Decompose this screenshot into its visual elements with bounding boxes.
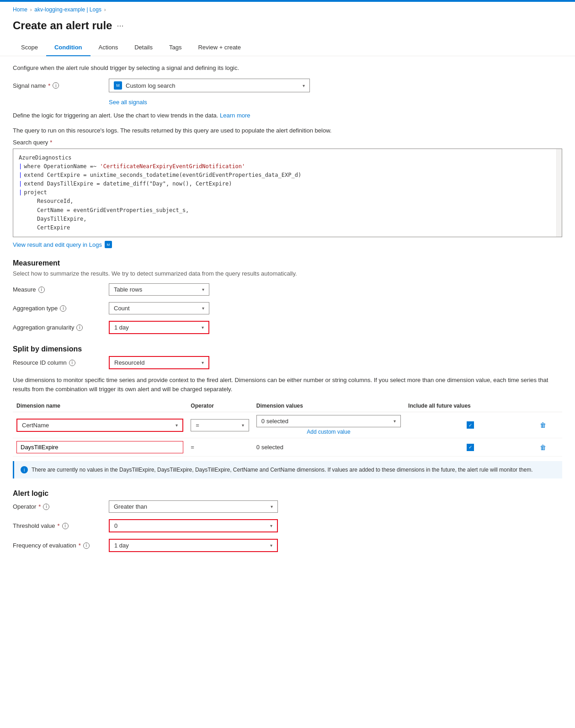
certname-operator-select[interactable]: = ▾ [191, 419, 249, 431]
tab-review-create[interactable]: Review + create [190, 39, 249, 56]
frequency-value: 1 day [114, 542, 129, 549]
view-link-icon: M [105, 241, 112, 248]
aggregation-granularity-value: 1 day [114, 324, 129, 331]
operator-label: Operator * i [13, 503, 104, 510]
dim-operator-header: Operator [187, 400, 252, 412]
threshold-value-row: Threshold value * i ▾ [13, 519, 562, 532]
aggregation-granularity-info-icon[interactable]: i [76, 324, 83, 331]
signal-name-row: Signal name * i M Custom log search ▾ [13, 79, 562, 92]
operator-info-icon[interactable]: i [43, 504, 49, 510]
frequency-info-icon[interactable]: i [83, 542, 90, 549]
breadcrumb-sep1: › [30, 7, 32, 12]
condition-description: Configure when the alert rule should tri… [13, 64, 562, 71]
breadcrumb-sep2: › [104, 7, 106, 12]
operator-value: Greater than [114, 503, 147, 510]
certname-delete-icon[interactable]: 🗑 [540, 421, 546, 429]
daystillexpire-include-all-checkbox[interactable]: ✓ [467, 444, 474, 451]
see-all-signals-link[interactable]: See all signals [109, 99, 147, 106]
table-row: = 0 selected ✓ 🗑 [13, 438, 562, 457]
breadcrumb-home[interactable]: Home [13, 6, 27, 13]
aggregation-type-info-icon[interactable]: i [60, 305, 66, 312]
query-editor[interactable]: AzureDiagnostics | where OperationName =… [13, 149, 562, 238]
aggregation-granularity-chevron: ▾ [202, 325, 204, 330]
resource-id-column-row: Resource ID column i ResourceId ▾ [13, 356, 562, 369]
frequency-select[interactable]: 1 day ▾ [109, 539, 278, 552]
measurement-subtitle: Select how to summarize the results. We … [13, 270, 562, 277]
define-logic-desc: Define the logic for triggering an alert… [13, 112, 562, 119]
aggregation-type-row: Aggregation type i Count ▾ [13, 302, 562, 314]
aggregation-granularity-row: Aggregation granularity i 1 day ▾ [13, 321, 562, 334]
aggregation-granularity-select[interactable]: 1 day ▾ [109, 321, 209, 334]
dimensions-table: Dimension name Operator Dimension values… [13, 400, 562, 457]
measure-info-icon[interactable]: i [38, 287, 45, 293]
signal-name-value: Custom log search [126, 82, 175, 89]
breadcrumb-resource[interactable]: akv-logging-example | Logs [34, 6, 101, 13]
page-title: Create an alert rule [13, 19, 112, 32]
learn-more-link[interactable]: Learn more [220, 112, 250, 119]
measure-row: Measure i Table rows ▾ [13, 283, 562, 296]
table-row: CertName ▾ = ▾ 0 selected ▾ Add custom [13, 412, 562, 438]
info-circle-icon: i [21, 466, 28, 473]
daystillexpire-delete-icon[interactable]: 🗑 [540, 444, 546, 451]
view-result-link[interactable]: View result and edit query in Logs M [13, 241, 112, 248]
threshold-value-chevron: ▾ [270, 523, 272, 528]
measure-select[interactable]: Table rows ▾ [109, 283, 209, 296]
tab-condition[interactable]: Condition [46, 39, 91, 56]
daystillexpire-name-input[interactable] [16, 441, 183, 453]
frequency-chevron: ▾ [270, 543, 272, 548]
alert-logic-title: Alert logic [13, 489, 562, 498]
frequency-row: Frequency of evaluation * i 1 day ▾ [13, 539, 562, 552]
page-header: Create an alert rule ··· [0, 17, 575, 39]
tab-details[interactable]: Details [126, 39, 161, 56]
aggregation-type-value: Count [114, 305, 130, 312]
measure-label: Measure i [13, 286, 104, 293]
breadcrumb: Home › akv-logging-example | Logs › [0, 2, 575, 17]
more-options-icon[interactable]: ··· [117, 21, 123, 31]
signal-name-chevron: ▾ [303, 83, 305, 88]
add-custom-value-link[interactable]: Add custom value [256, 429, 401, 435]
dim-name-header: Dimension name [13, 400, 187, 412]
resource-id-column-label: Resource ID column i [13, 359, 104, 366]
dimensions-info-box-text: There are currently no values in the Day… [32, 466, 532, 474]
aggregation-granularity-label: Aggregation granularity i [13, 324, 104, 331]
measure-value: Table rows [114, 286, 142, 293]
measurement-title: Measurement [13, 259, 562, 267]
threshold-value-input[interactable] [114, 522, 270, 529]
operator-select[interactable]: Greater than ▾ [109, 500, 278, 513]
query-section-desc: The query to run on this resource's logs… [13, 126, 562, 135]
dimensions-info-text: Use dimensions to monitor specific time … [13, 376, 562, 393]
dimensions-info-box: i There are currently no values in the D… [13, 461, 562, 478]
resource-id-column-select[interactable]: ResourceId ▾ [109, 356, 209, 369]
aggregation-type-select[interactable]: Count ▾ [109, 302, 209, 314]
certname-include-all-checkbox[interactable]: ✓ [467, 421, 474, 429]
signal-name-select[interactable]: M Custom log search ▾ [109, 79, 310, 92]
search-query-label: Search query * [13, 139, 562, 146]
aggregation-type-chevron: ▾ [202, 306, 204, 311]
resource-id-info-icon[interactable]: i [69, 360, 75, 366]
main-content: Configure when the alert rule should tri… [0, 56, 575, 567]
operator-chevron: ▾ [271, 504, 273, 509]
resource-id-value: ResourceId [114, 359, 144, 366]
operator-row: Operator * i Greater than ▾ [13, 500, 562, 513]
tab-actions[interactable]: Actions [91, 39, 127, 56]
certname-values-select[interactable]: 0 selected ▾ [256, 415, 401, 427]
frequency-label: Frequency of evaluation * i [13, 542, 104, 549]
signal-name-info-icon[interactable]: i [53, 82, 59, 89]
threshold-value-input-wrapper: ▾ [109, 519, 278, 532]
resource-id-chevron: ▾ [202, 360, 204, 365]
threshold-value-label: Threshold value * i [13, 522, 104, 529]
dim-values-header: Dimension values [253, 400, 405, 412]
query-scrollbar[interactable] [556, 149, 562, 237]
threshold-info-icon[interactable]: i [62, 523, 69, 529]
certname-select[interactable]: CertName ▾ [16, 419, 183, 432]
split-dimensions-title: Split by dimensions [13, 345, 562, 353]
aggregation-type-label: Aggregation type i [13, 305, 104, 312]
measure-chevron: ▾ [202, 287, 204, 292]
dim-include-header: Include all future values [405, 400, 536, 412]
tab-tags[interactable]: Tags [161, 39, 190, 56]
signal-type-icon: M [114, 81, 122, 90]
tabs-bar: Scope Condition Actions Details Tags Rev… [0, 39, 575, 56]
signal-name-label: Signal name * i [13, 82, 104, 89]
tab-scope[interactable]: Scope [13, 39, 46, 56]
